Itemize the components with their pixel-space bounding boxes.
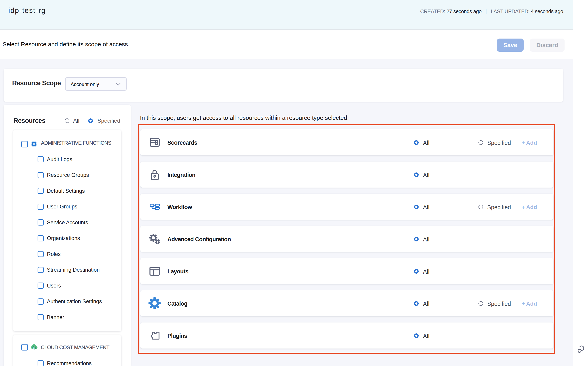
- svg-text:$: $: [33, 346, 35, 350]
